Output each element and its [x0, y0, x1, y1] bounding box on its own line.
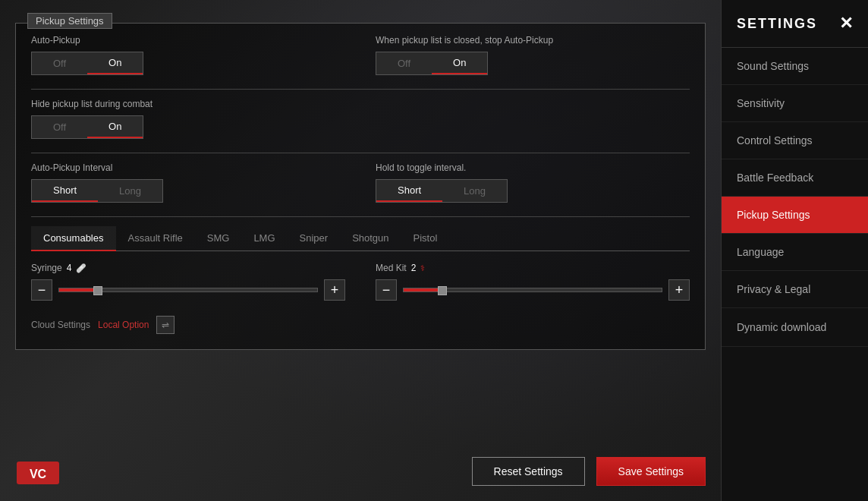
- sidebar-item-language[interactable]: Language: [722, 234, 868, 271]
- medkit-slider-group: Med Kit 2 ⚕ − +: [376, 263, 690, 301]
- syringe-text: Syringe: [31, 263, 62, 273]
- cloud-sync-icon[interactable]: ⇌: [156, 316, 175, 334]
- medkit-text: Med Kit: [376, 263, 407, 273]
- tab-pistol[interactable]: Pistol: [401, 226, 450, 250]
- interval-group: Auto-Pickup Interval Short Long: [31, 162, 345, 203]
- separator-2: [31, 153, 690, 153]
- sidebar-item-pickup[interactable]: Pickup Settings: [722, 197, 868, 234]
- local-option-label: Local Option: [98, 320, 149, 330]
- stop-auto-pickup-off-btn[interactable]: Off: [376, 52, 432, 74]
- tab-assault-rifle[interactable]: Assault Rifle: [116, 226, 195, 250]
- syringe-slider-group: Syringe 4 🩹 − +: [31, 263, 345, 301]
- auto-pickup-off-btn[interactable]: Off: [32, 52, 87, 74]
- stop-auto-pickup-on-btn[interactable]: On: [432, 52, 487, 74]
- hide-combat-toggle: Off On: [31, 115, 143, 139]
- sidebar-item-sensitivity[interactable]: Sensitivity: [722, 85, 868, 122]
- main-content: Pickup Settings Auto-Pickup Off On When …: [0, 0, 721, 501]
- settings-row-2: Hide pickup list during combat Off On: [31, 99, 690, 139]
- hide-combat-group: Hide pickup list during combat Off On: [31, 99, 345, 139]
- medkit-minus-btn[interactable]: −: [376, 279, 397, 301]
- hold-toggle-toggle: Short Long: [376, 179, 508, 203]
- separator-3: [31, 216, 690, 217]
- sidebar-item-dynamic[interactable]: Dynamic download: [722, 308, 868, 347]
- medkit-plus-btn[interactable]: +: [668, 279, 690, 301]
- stop-auto-pickup-group: When pickup list is closed, stop Auto-Pi…: [376, 35, 690, 75]
- medkit-count: 2: [411, 263, 417, 273]
- panel-title: Pickup Settings: [27, 13, 112, 29]
- sliders-row: Syringe 4 🩹 − + Med Kit 2: [31, 263, 690, 301]
- sidebar: SETTINGS ✕ Sound Settings Sensitivity Co…: [721, 0, 868, 501]
- tab-consumables[interactable]: Consumables: [31, 226, 116, 251]
- interval-long-btn[interactable]: Long: [98, 180, 162, 202]
- sidebar-title: SETTINGS: [737, 16, 817, 32]
- reset-button[interactable]: Reset Settings: [472, 457, 585, 486]
- syringe-minus-btn[interactable]: −: [31, 279, 52, 301]
- cloud-settings-row: Cloud Settings Local Option ⇌: [31, 316, 690, 334]
- syringe-icon: 🩹: [76, 263, 86, 273]
- settings-row-3: Auto-Pickup Interval Short Long Hold to …: [31, 162, 690, 203]
- hide-combat-label: Hide pickup list during combat: [31, 99, 345, 109]
- tab-lmg[interactable]: LMG: [241, 226, 287, 250]
- interval-short-btn[interactable]: Short: [32, 180, 98, 202]
- syringe-fill: [59, 288, 98, 291]
- hide-combat-on-btn[interactable]: On: [87, 116, 143, 138]
- logo: VC: [15, 455, 61, 490]
- tab-sniper[interactable]: Sniper: [288, 226, 341, 250]
- tab-shotgun[interactable]: Shotgun: [340, 226, 401, 250]
- syringe-count: 4: [67, 263, 72, 273]
- medkit-label: Med Kit 2 ⚕: [376, 263, 690, 273]
- medkit-fill: [404, 288, 442, 291]
- auto-pickup-toggle: Off On: [31, 52, 143, 75]
- interval-label: Auto-Pickup Interval: [31, 162, 345, 173]
- pickup-panel: Pickup Settings Auto-Pickup Off On When …: [15, 23, 706, 350]
- stop-auto-pickup-toggle: Off On: [376, 52, 488, 75]
- auto-pickup-group: Auto-Pickup Off On: [31, 35, 345, 75]
- settings-row-1: Auto-Pickup Off On When pickup list is c…: [31, 35, 690, 75]
- syringe-thumb: [93, 286, 102, 295]
- svg-text:VC: VC: [30, 468, 47, 481]
- sidebar-item-privacy[interactable]: Privacy & Legal: [722, 271, 868, 308]
- hold-short-btn[interactable]: Short: [376, 180, 442, 202]
- hold-toggle-label: Hold to toggle interval.: [376, 162, 690, 173]
- hide-combat-off-btn[interactable]: Off: [32, 116, 87, 138]
- medkit-track[interactable]: [403, 288, 662, 292]
- sidebar-item-sound[interactable]: Sound Settings: [722, 48, 868, 85]
- bottom-buttons: Reset Settings Save Settings: [472, 457, 706, 486]
- auto-pickup-on-btn[interactable]: On: [87, 52, 143, 74]
- hold-long-btn[interactable]: Long: [442, 180, 507, 202]
- sidebar-header: SETTINGS ✕: [722, 0, 868, 48]
- tab-smg[interactable]: SMG: [195, 226, 242, 250]
- syringe-track[interactable]: [58, 288, 318, 292]
- cloud-label: Cloud Settings: [31, 320, 90, 330]
- sidebar-item-control[interactable]: Control Settings: [722, 122, 868, 159]
- medkit-thumb: [438, 286, 447, 295]
- hold-toggle-group: Hold to toggle interval. Short Long: [376, 162, 690, 203]
- syringe-label: Syringe 4 🩹: [31, 263, 345, 273]
- medkit-icon: ⚕: [420, 263, 425, 273]
- stop-auto-pickup-label: When pickup list is closed, stop Auto-Pi…: [376, 35, 690, 46]
- empty-group: [376, 99, 690, 139]
- medkit-controls: − +: [376, 279, 690, 301]
- tabs-row: Consumables Assault Rifle SMG LMG Sniper…: [31, 226, 690, 251]
- save-button[interactable]: Save Settings: [596, 457, 706, 486]
- sidebar-item-battle[interactable]: Battle Feedback: [722, 159, 868, 197]
- syringe-controls: − +: [31, 279, 345, 301]
- auto-pickup-label: Auto-Pickup: [31, 35, 345, 46]
- separator-1: [31, 89, 690, 90]
- syringe-plus-btn[interactable]: +: [324, 279, 345, 301]
- close-button[interactable]: ✕: [839, 14, 853, 33]
- interval-toggle: Short Long: [31, 179, 163, 203]
